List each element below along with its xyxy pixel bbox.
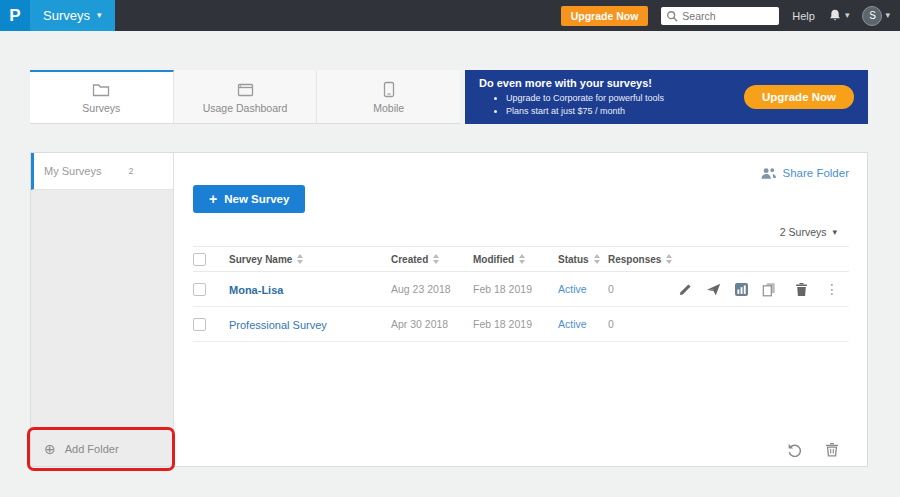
notifications-button[interactable]: ▾ — [828, 8, 850, 23]
column-header-modified[interactable]: Modified — [473, 254, 558, 265]
column-header-label: Status — [558, 254, 589, 265]
share-people-icon — [760, 166, 777, 180]
add-folder-label: Add Folder — [65, 443, 119, 455]
promo-text: Do even more with your surveys! Upgrade … — [479, 77, 744, 117]
sort-icon — [519, 254, 525, 264]
dashboard-icon — [237, 82, 254, 98]
topbar-right: Upgrade Now Help ▾ S ▾ — [561, 6, 900, 26]
plus-icon: + — [209, 191, 217, 207]
created-cell: Apr 30 2018 — [391, 318, 473, 330]
sidebar-body — [31, 190, 173, 432]
survey-name-link[interactable]: Professional Survey — [229, 319, 327, 331]
bell-icon — [828, 8, 842, 23]
tab-usage-dashboard[interactable]: Usage Dashboard — [174, 70, 318, 123]
column-header-status[interactable]: Status — [558, 254, 604, 265]
folder-count: 2 — [128, 166, 133, 176]
trash-icon[interactable] — [795, 282, 808, 297]
status-badge[interactable]: Active — [558, 318, 604, 330]
kebab-menu-icon[interactable]: ⋮ — [825, 281, 839, 297]
app-logo[interactable]: P — [0, 0, 30, 31]
responses-cell: 0 — [604, 283, 676, 295]
promo-bullet: Upgrade to Corporate for powerful tools — [506, 92, 744, 105]
sort-icon — [594, 254, 600, 264]
surveys-menu-label: Surveys — [43, 8, 90, 23]
chevron-down-icon: ▾ — [885, 11, 890, 20]
row-actions: ⋮ — [676, 281, 849, 297]
add-folder-wrap: ⊕ Add Folder — [31, 432, 173, 466]
modified-cell: Feb 18 2019 — [473, 318, 558, 330]
surveys-count-dropdown[interactable]: 2 Surveys ▾ — [193, 226, 849, 238]
search-box[interactable] — [661, 7, 779, 25]
copy-icon[interactable] — [762, 282, 776, 297]
tab-surveys[interactable]: Surveys — [30, 70, 174, 123]
surveys-menu[interactable]: Surveys ▾ — [30, 0, 115, 31]
status-badge[interactable]: Active — [558, 283, 604, 295]
surveys-panel: My Surveys 2 ⊕ Add Folder Share Folder +… — [30, 152, 868, 467]
mobile-icon — [383, 81, 395, 98]
sort-icon — [666, 254, 672, 264]
row-checkbox[interactable] — [193, 318, 206, 331]
surveys-count-label: 2 Surveys — [780, 226, 827, 238]
folder-icon — [92, 82, 110, 98]
sort-icon — [433, 254, 439, 264]
table-row: Mona-Lisa Aug 23 2018 Feb 18 2019 Active… — [193, 272, 849, 307]
promo-bullet: Plans start at just $75 / month — [506, 105, 744, 118]
responses-cell: 0 — [604, 318, 676, 330]
row-checkbox[interactable] — [193, 283, 206, 296]
tab-label: Surveys — [82, 102, 120, 114]
folders-sidebar: My Surveys 2 ⊕ Add Folder — [31, 153, 174, 466]
survey-name-link[interactable]: Mona-Lisa — [229, 284, 283, 296]
send-paper-plane-icon[interactable] — [706, 282, 721, 296]
promo-banner: Do even more with your surveys! Upgrade … — [465, 70, 868, 124]
column-header-label: Created — [391, 254, 428, 265]
created-cell: Aug 23 2018 — [391, 283, 473, 295]
upgrade-now-button[interactable]: Upgrade Now — [561, 6, 649, 26]
column-header-responses[interactable]: Responses — [604, 254, 676, 265]
avatar: S — [862, 6, 882, 26]
sidebar-item-my-surveys[interactable]: My Surveys 2 — [31, 153, 173, 190]
account-menu[interactable]: S ▾ — [862, 6, 890, 26]
chevron-down-icon: ▾ — [97, 11, 102, 20]
tabs: Surveys Usage Dashboard Mobile — [30, 70, 460, 124]
search-icon — [666, 10, 678, 22]
chevron-down-icon: ▾ — [845, 11, 850, 20]
share-folder-link[interactable]: Share Folder — [760, 166, 849, 180]
table-header-row: Survey Name Created Modified Status Resp… — [193, 246, 849, 272]
modified-cell: Feb 18 2019 — [473, 283, 558, 295]
tabs-row: Surveys Usage Dashboard Mobile Do even m… — [30, 70, 868, 124]
column-header-label: Survey Name — [229, 254, 292, 265]
search-input[interactable] — [682, 10, 774, 22]
tab-label: Usage Dashboard — [203, 102, 288, 114]
help-link[interactable]: Help — [792, 10, 815, 22]
promo-upgrade-button[interactable]: Upgrade Now — [744, 85, 854, 109]
sort-icon — [297, 254, 303, 264]
tab-label: Mobile — [373, 102, 404, 114]
new-survey-button[interactable]: + New Survey — [193, 185, 305, 213]
column-header-label: Responses — [608, 254, 661, 265]
column-header-created[interactable]: Created — [391, 254, 473, 265]
share-folder-label: Share Folder — [783, 167, 849, 179]
footer-icons — [787, 442, 839, 457]
add-folder-button[interactable]: ⊕ Add Folder — [31, 432, 173, 466]
surveys-content: Share Folder + New Survey 2 Surveys ▾ Su… — [174, 153, 867, 466]
plus-circle-icon: ⊕ — [44, 441, 56, 457]
table-row: Professional Survey Apr 30 2018 Feb 18 2… — [193, 307, 849, 342]
results-chart-icon[interactable] — [734, 282, 749, 297]
tab-mobile[interactable]: Mobile — [317, 70, 460, 123]
promo-title: Do even more with your surveys! — [479, 77, 744, 89]
topbar: P Surveys ▾ Upgrade Now Help ▾ S ▾ — [0, 0, 900, 31]
select-all-checkbox[interactable] — [193, 253, 206, 266]
column-header-label: Modified — [473, 254, 514, 265]
edit-pencil-icon[interactable] — [679, 282, 693, 296]
deleted-items-trash-icon[interactable] — [825, 442, 839, 457]
promo-bullets: Upgrade to Corporate for powerful tools … — [506, 92, 744, 117]
folder-label: My Surveys — [44, 165, 101, 177]
new-survey-label: New Survey — [224, 193, 289, 205]
restore-icon[interactable] — [787, 443, 803, 457]
surveys-table: Survey Name Created Modified Status Resp… — [193, 246, 849, 342]
column-header-survey-name[interactable]: Survey Name — [229, 254, 391, 265]
chevron-down-icon: ▾ — [832, 228, 837, 237]
